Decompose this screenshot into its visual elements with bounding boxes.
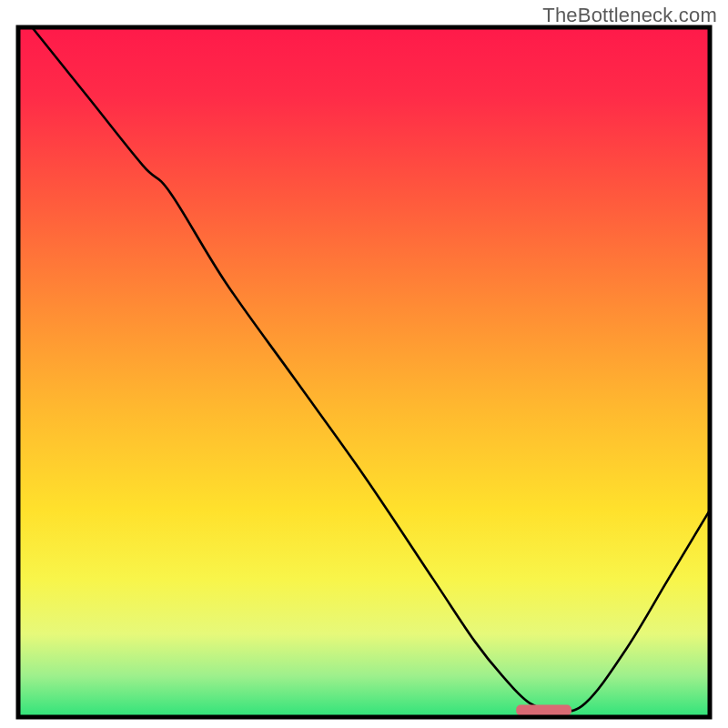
plot-background (18, 27, 710, 717)
watermark-text: TheBottleneck.com (542, 4, 717, 27)
bottleneck-chart (0, 0, 728, 728)
optimal-marker (516, 704, 571, 715)
chart-container: TheBottleneck.com (0, 0, 728, 728)
